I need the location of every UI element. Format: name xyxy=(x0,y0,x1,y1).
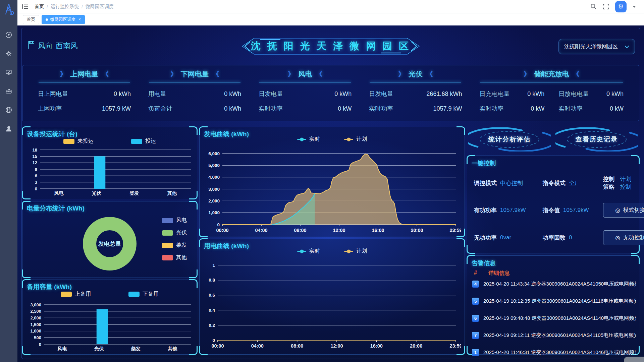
alarm-index-badge: 1 xyxy=(472,349,479,356)
alarm-index-badge: 6 xyxy=(472,315,479,322)
stat-item: 日放电电量0 kWh xyxy=(558,86,624,101)
stat-group-title-text: 储能充放电 xyxy=(534,70,569,78)
stat-item: 日发电量0 kWh xyxy=(259,86,352,101)
analysis-button-label: 统计分析评估 xyxy=(468,127,551,152)
legend-item[interactable]: 风电 xyxy=(162,217,187,224)
alarm-index-badge: 7 xyxy=(472,332,479,339)
legend-dot xyxy=(300,249,304,253)
control-label: 调控模式 xyxy=(474,179,497,187)
control-pair: 功率因数0 xyxy=(543,234,603,242)
stat-value: 0 kWh xyxy=(224,90,241,98)
sidebar-item-global[interactable] xyxy=(0,101,17,120)
svg-text:12: 12 xyxy=(33,160,37,165)
alarm-detail-text: 2025-04-19 09:48:48 逆变器30090601A0024AS41… xyxy=(483,315,636,321)
tabbar: 首页微网园区调度× xyxy=(17,13,644,25)
legend-item[interactable]: 未投运 xyxy=(63,138,94,145)
svg-text:0: 0 xyxy=(35,186,37,191)
control-row: 有功功率1057.9kW指令值1057.9kW◎模式切换 xyxy=(474,203,634,218)
control-pair: 无功功率0var xyxy=(474,234,543,242)
svg-text:04:00: 04:00 xyxy=(255,228,267,233)
user-avatar[interactable]: ⚙ xyxy=(615,1,627,12)
control-label: 指令模式 xyxy=(543,179,566,187)
arrows-left-icon: 《 xyxy=(102,70,109,78)
legend-item[interactable]: 计划 xyxy=(344,248,367,255)
alarm-row: 12025-04-20 11:46:31 逆变器30090601A0024AS4… xyxy=(472,348,636,356)
legend-label: 其他 xyxy=(176,254,187,261)
alarm-detail-text: 2025-04-19 10:12:35 逆变器30090601A0024AS41… xyxy=(483,298,636,304)
stat-grid: 日充电电量0 kWh日放电电量0 kWh实时功率0 kW实时功率0 kW xyxy=(479,86,624,116)
legend-item[interactable]: 下备用 xyxy=(128,291,159,298)
park-select-value: 沈抚阳光天泽微网园区 xyxy=(564,43,618,50)
tab-首页[interactable]: 首页 xyxy=(23,15,39,24)
legend-item[interactable]: 其他 xyxy=(162,254,187,261)
corner-bracket xyxy=(631,245,640,254)
svg-text:风电: 风电 xyxy=(57,346,67,351)
svg-text:6: 6 xyxy=(35,173,37,178)
svg-text:0: 0 xyxy=(212,338,215,343)
arrows-right-icon: 》 xyxy=(398,70,405,78)
alarm-index-badge: 4 xyxy=(472,281,479,288)
corner-bracket xyxy=(189,126,198,135)
reserve-panel: 备用容量 (kWh) 上备用下备用 05001,0001,5002,0002,5… xyxy=(22,280,197,355)
tab-close-icon[interactable]: × xyxy=(78,17,81,22)
sidebar-item-toolbox[interactable] xyxy=(0,82,17,101)
stat-value: 0 kWh xyxy=(527,90,544,98)
alarm-row: 42025-04-20 11:43:34 逆变器30090601A0024AS4… xyxy=(472,280,636,288)
legend-item[interactable]: 计划 xyxy=(344,136,367,143)
park-select-dropdown[interactable]: 沈抚阳光天泽微网园区 xyxy=(558,39,635,54)
history-button[interactable]: 查看历史记录 xyxy=(555,127,638,152)
arrows-left-icon: 《 xyxy=(316,70,323,78)
stat-value: 0 kW xyxy=(338,105,352,112)
breadcrumb-item[interactable]: 运行监控系统 xyxy=(51,4,79,10)
search-icon[interactable] xyxy=(590,3,597,10)
arrows-left-icon: 《 xyxy=(573,70,580,78)
legend-label: 下备用 xyxy=(143,291,159,298)
sidebar-item-monitor[interactable] xyxy=(0,64,17,82)
svg-text:500: 500 xyxy=(34,335,41,340)
legend-label: 未投运 xyxy=(77,138,94,145)
menu-fold-icon[interactable] xyxy=(22,4,29,9)
corner-bracket xyxy=(631,155,640,164)
dashboard: 风向 西南风 沈 抚 阳 光 天 泽 微 网 园 区 沈抚阳光天泽微网园区 》上… xyxy=(17,25,644,362)
corner-bracket xyxy=(457,238,465,247)
breadcrumb: 首页/运行监控系统/微网园区调度 xyxy=(35,4,114,10)
legend-label: 计划 xyxy=(356,248,367,255)
analysis-button[interactable]: 统计分析评估 xyxy=(468,127,551,152)
svg-text:12:00: 12:00 xyxy=(333,228,345,233)
reserve-legend: 上备用下备用 xyxy=(22,291,197,298)
top-navbar: 首页/运行监控系统/微网园区调度 ⚙ xyxy=(17,0,644,13)
arrows-right-icon: 》 xyxy=(60,70,67,78)
globe-icon xyxy=(5,106,12,115)
mode-switch-button[interactable]: ◎模式切换 xyxy=(603,203,644,218)
stat-item: 实时功率0 kW xyxy=(479,101,544,116)
sidebar-item-settings[interactable] xyxy=(0,45,17,64)
fullscreen-icon[interactable] xyxy=(603,3,609,10)
panel-title: 设备投运统计 (台) xyxy=(27,130,77,138)
legend-line-marker xyxy=(297,139,306,140)
tab-微网园区调度[interactable]: 微网园区调度× xyxy=(42,15,85,24)
legend-item[interactable]: 柴发 xyxy=(162,242,187,249)
breadcrumb-item[interactable]: 微网园区调度 xyxy=(86,4,114,10)
legend-item[interactable]: 实时 xyxy=(297,248,320,255)
svg-text:风电: 风电 xyxy=(54,190,64,196)
breadcrumb-separator: / xyxy=(82,4,83,9)
corner-bracket xyxy=(457,126,465,135)
monitor-check-icon xyxy=(5,69,12,77)
legend-item[interactable]: 光伏 xyxy=(162,229,187,236)
reactive-control-button[interactable]: ◎无功控制 xyxy=(603,230,644,245)
legend-label: 光伏 xyxy=(176,229,187,236)
sidebar-item-dashboard[interactable] xyxy=(0,26,17,45)
alarm-panel-title: 告警信息 xyxy=(472,259,496,267)
legend-item[interactable]: 投运 xyxy=(131,138,156,145)
legend-line-marker xyxy=(297,251,306,252)
generation-curve-legend: 实时计划 xyxy=(200,136,465,143)
svg-text:光伏: 光伏 xyxy=(94,346,104,351)
sidebar-item-user[interactable] xyxy=(0,120,17,139)
legend-item[interactable]: 上备用 xyxy=(61,291,91,298)
caret-down-icon[interactable] xyxy=(633,6,636,8)
legend-item[interactable]: 实时 xyxy=(297,136,320,143)
breadcrumb-item[interactable]: 首页 xyxy=(35,4,44,10)
legend-label: 实时 xyxy=(309,136,320,143)
control-label: 有功功率 xyxy=(474,206,497,214)
stat-value: 0 kWh xyxy=(606,90,624,98)
